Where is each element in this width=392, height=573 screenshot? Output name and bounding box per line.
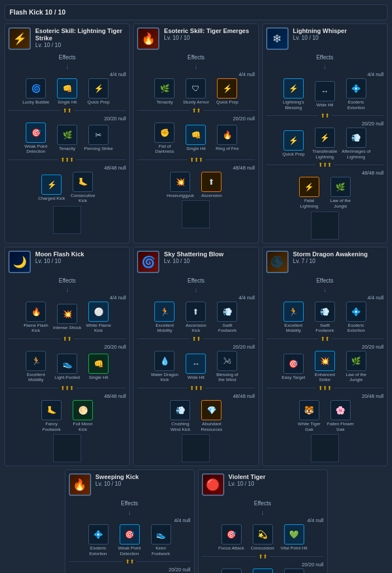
tier1-label: 4/4 null <box>69 518 191 523</box>
skill-node[interactable]: ↔Wide Hit <box>181 354 210 381</box>
skill-node[interactable]: 🐯White Tiger Gak <box>295 400 324 432</box>
skill-node[interactable]: 💚Vital Point Hit <box>280 524 309 551</box>
skill-node[interactable]: 👟Light-Footed <box>53 354 82 381</box>
skill-node[interactable]: 🌸Fallen Flower Gak <box>326 400 355 432</box>
node-label: Quick Prep <box>87 100 110 105</box>
skill-node[interactable]: ⚡Fatal Lightning <box>295 177 324 209</box>
tier-line-left <box>137 339 189 339</box>
skill-node[interactable]: 💥Enhanced Strike <box>310 351 339 383</box>
skill-node[interactable]: 🎯Focus Hit <box>280 569 309 573</box>
skill-level: Lv. 10 / 10 <box>164 258 223 264</box>
node-label: Concussion <box>251 546 275 551</box>
skill-node[interactable]: 🌿Law of the Jungle <box>326 177 355 209</box>
skill-title-block: Moon Flash KickLv. 10 / 10 <box>35 251 84 264</box>
tier2-label: 20/20 null <box>202 562 324 567</box>
node-icon: ⚡ <box>315 128 335 148</box>
skill-node[interactable]: ⬆Ascension <box>197 172 226 199</box>
node-label: Excellent Mobility <box>279 323 308 334</box>
node-icon: ⚪ <box>88 302 108 322</box>
skill-node[interactable]: ↔Wide Hit <box>248 569 277 573</box>
node-label: Light-Footed <box>55 375 80 381</box>
skill-node[interactable]: 🎯Weak Point Detection <box>21 123 50 154</box>
skill-node[interactable]: 💥Intense Shock <box>53 304 82 331</box>
skill-node[interactable]: ↔Wide Hit <box>310 81 339 108</box>
skill-node[interactable]: 🔥Flame Flash Kick <box>21 302 50 334</box>
tier-icon: ⬆⬆⬆ <box>60 157 74 163</box>
node-icon: 🌕 <box>73 400 93 420</box>
skill-node[interactable]: 💧Water Dragon Kick <box>150 351 179 383</box>
node-label: Esoteric Extortion <box>342 100 371 110</box>
tier2-label: 20/20 null <box>69 567 191 572</box>
node-label: Ascension <box>201 193 222 199</box>
tier2-label: 20/20 null <box>137 344 254 350</box>
tier1-nodes: 🌿Tenacity🛡Sturdy Armor⚡Quick Prep <box>137 78 254 105</box>
skill-node[interactable]: 💨Swift Footwork <box>310 302 339 334</box>
skill-title-block: Lightning WhisperLv. 10 / 10 <box>293 27 347 41</box>
skill-node[interactable]: ⚡Charged Kick <box>37 175 66 201</box>
node-label: Ring of Fire <box>216 146 239 152</box>
skill-node[interactable]: ⚡Quick Prep <box>279 130 308 157</box>
skill-node[interactable]: 🌿Tenacity <box>53 125 82 152</box>
skills-row-3: 🔥Sweeping KickLv. 10 / 10Effects↓4/4 nul… <box>65 469 328 573</box>
skill-node[interactable]: 💨Crushing Wind Kick <box>166 400 195 432</box>
skill-level: Lv. 10 / 10 <box>35 258 84 264</box>
tier1-nodes: 🔥Flame Flash Kick💥Intense Shock⚪White Fl… <box>8 302 126 334</box>
skill-node[interactable]: 🏃Excellent Mobility <box>21 351 50 383</box>
node-icon: 🐯 <box>299 400 319 420</box>
effects-label: Effects <box>69 500 191 506</box>
tier3-label: 48/48 null <box>8 165 126 171</box>
skill-node[interactable]: 🔥Ring of Fire <box>212 125 242 152</box>
skill-node[interactable]: 🎯Focus Attack <box>217 524 246 551</box>
skill-node[interactable]: 👊Single Hit <box>84 354 113 381</box>
skill-node[interactable]: 👊Single Hit <box>181 125 210 152</box>
skill-name: Sweeping Kick <box>96 473 139 481</box>
node-icon: 🎯 <box>221 524 242 544</box>
skill-card-sky-shattering-blow: 🌀Sky Shattering BlowLv. 10 / 10Effects↓4… <box>133 247 258 467</box>
skill-node[interactable]: 💎Abundant Resources <box>197 400 226 432</box>
skill-node[interactable]: ⬆Ascension Kick <box>181 302 210 334</box>
skill-node[interactable]: 💥Hoseunggyuk <box>166 172 195 199</box>
node-icon: 💠 <box>88 524 108 544</box>
skill-node[interactable]: ⬇Down Strike <box>217 569 246 573</box>
tier-line-left <box>137 388 187 388</box>
skill-node[interactable]: 🦶Consecutive Kick <box>68 172 97 204</box>
skill-node[interactable]: ⚡Lightning's Blessing <box>279 78 308 110</box>
skill-node[interactable]: 🌿Law of the Jungle <box>342 351 371 383</box>
skill-node[interactable]: 💠Esoteric Extortion <box>342 78 371 110</box>
skill-node[interactable]: 🎯Easy Target <box>279 354 308 381</box>
node-label: Excellent Mobility <box>21 372 50 383</box>
skill-node[interactable]: 💠Esoteric Extortion <box>342 302 371 334</box>
skill-node[interactable]: 🌀Lucky Bubble <box>21 78 50 105</box>
node-icon: 💥 <box>315 351 335 371</box>
skill-node[interactable]: 👊Single Hit <box>53 78 82 105</box>
node-label: Swift Footwork <box>212 323 242 334</box>
skill-node[interactable]: 💫Concussion <box>248 524 277 551</box>
skill-node[interactable]: ✊Fist of Darkness <box>150 123 179 154</box>
skill-node[interactable]: 🌿Tenacity <box>150 78 179 105</box>
bottom-slot <box>311 434 339 462</box>
skill-node[interactable]: 👟Keen Footwork <box>147 524 176 556</box>
node-icon: 💚 <box>284 524 304 544</box>
tier-line-left <box>266 115 318 116</box>
skill-node[interactable]: 🦶Fancy Footwork <box>37 400 66 432</box>
tier1-nodes: 🏃Excellent Mobility💨Swift Footwork💠Esote… <box>266 302 384 334</box>
tier3-nodes: 💥Hoseunggyuk⬆Ascension <box>137 172 254 199</box>
skill-node[interactable]: 🌬Blessing of the Wind <box>212 351 242 383</box>
node-label: Single Hit <box>186 146 205 152</box>
skill-node[interactable]: 💨Swift Footwork <box>212 302 242 334</box>
skill-node[interactable]: ⚡Transferable Lightning <box>310 128 339 159</box>
tier2-label: 20/20 null <box>137 116 254 121</box>
skill-node[interactable]: 🎯Weak Point Detection <box>115 524 144 556</box>
skill-node[interactable]: ⚪White Flame Kick <box>84 302 113 334</box>
skill-node[interactable]: 🛡Sturdy Armor <box>181 78 210 105</box>
skill-node[interactable]: 🌕Full Moon Kick <box>68 400 97 432</box>
skill-node[interactable]: ⚡Quick Prep <box>212 78 242 105</box>
skill-node[interactable]: ✂Piercing Strike <box>84 125 113 152</box>
skill-node[interactable]: 🏃Excellent Mobility <box>150 302 179 334</box>
node-label: Lucky Bubble <box>22 100 49 105</box>
skill-node[interactable]: 💨Afterimages of Lightning <box>342 128 371 159</box>
skill-node[interactable]: 💠Esoteric Extortion <box>84 524 113 556</box>
skill-node[interactable]: 🏃Excellent Mobility <box>279 302 308 334</box>
skill-node[interactable]: ⚡Quick Prep <box>84 78 113 105</box>
node-label: Fatal Lightning <box>295 198 324 209</box>
